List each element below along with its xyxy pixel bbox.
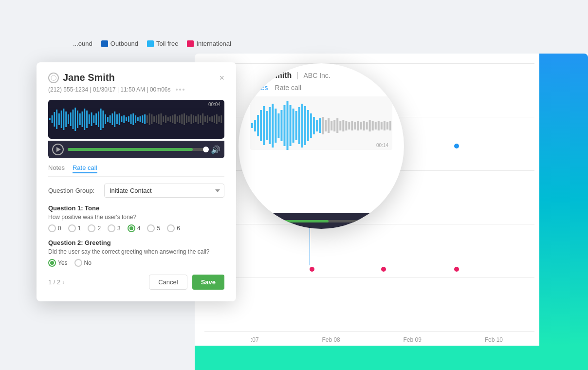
chart-dot-tollfree-1 [454,144,459,148]
svg-rect-0 [49,118,51,120]
svg-rect-1 [52,115,53,123]
svg-rect-85 [280,110,282,141]
svg-rect-8 [68,114,69,124]
audio-progress-bar[interactable] [68,148,207,151]
yesno-yes[interactable]: Yes [48,259,68,267]
svg-rect-101 [328,118,330,133]
svg-rect-93 [304,106,306,145]
legend-dot-outbound [101,40,108,47]
svg-rect-115 [369,120,371,131]
svg-rect-19 [93,115,94,123]
zoom-popup: Jane Smith | ABC Inc. Notes Rate call [239,63,404,229]
svg-rect-106 [342,120,344,131]
scale-option-2[interactable]: 2 [88,224,101,232]
svg-rect-82 [272,104,274,148]
scale-option-4[interactable]: 4 [128,224,141,232]
radio-yes [48,259,56,267]
svg-rect-70 [211,116,213,122]
svg-rect-94 [307,110,309,141]
svg-rect-58 [184,113,185,125]
cancel-button[interactable]: Cancel [149,275,187,290]
waveform-container: 00:04 [48,100,224,139]
svg-rect-26 [110,115,111,123]
scale-option-0[interactable]: 0 [48,224,61,232]
scale-option-1[interactable]: 1 [68,224,81,232]
svg-rect-32 [123,115,125,123]
save-button[interactable]: Save [192,275,224,290]
svg-rect-35 [130,114,132,124]
chart-dot-intl-3 [454,267,459,272]
svg-rect-105 [339,121,341,130]
zoom-waveform-svg [250,96,392,150]
svg-rect-62 [193,115,194,123]
zoom-tab-ratecall[interactable]: Rate call [275,84,301,92]
legend-item-outbound: Outbound [101,40,138,47]
svg-rect-88 [290,105,292,146]
svg-rect-51 [167,117,169,121]
svg-rect-57 [181,114,183,124]
scale-option-3[interactable]: 3 [108,224,121,232]
play-button[interactable] [52,144,64,155]
radio-4 [128,224,135,232]
modal-meta-text: (212) 555-1234 | 01/30/17 | 11:50 AM | 0… [48,86,171,93]
radio-6 [167,224,175,232]
footer-buttons: Cancel Save [149,275,224,290]
tab-ratecall[interactable]: Rate call [73,164,97,173]
svg-rect-100 [325,120,327,131]
question-group-select[interactable]: Initiate Contact [104,184,224,198]
svg-rect-56 [179,115,181,123]
svg-rect-92 [301,104,303,148]
svg-rect-52 [170,116,171,122]
svg-rect-29 [116,114,118,124]
close-button[interactable]: × [219,74,224,82]
radio-no [74,259,82,267]
svg-rect-33 [126,117,127,121]
svg-rect-37 [135,115,136,123]
xaxis-label-1: :07 [251,336,259,343]
question-1-scale: 0 1 2 3 4 5 [48,224,224,232]
radio-yes-inner [50,261,54,265]
zoom-progress-thumb [382,218,388,224]
svg-rect-40 [142,115,143,123]
radio-5 [147,224,155,232]
svg-rect-109 [351,121,353,130]
legend-dot-tollfree [147,40,154,47]
yesno-no[interactable]: No [74,259,92,267]
svg-rect-98 [319,118,321,133]
meta-dot-2 [179,89,181,91]
svg-rect-118 [378,121,380,130]
svg-rect-42 [147,115,148,123]
modal-title: Jane Smith [63,72,115,83]
waveform-time: 00:04 [208,102,220,107]
zoom-progress-bar[interactable] [258,220,386,222]
svg-rect-110 [354,122,356,130]
svg-rect-15 [84,109,85,130]
svg-rect-108 [348,122,350,130]
svg-rect-79 [263,106,265,145]
svg-rect-96 [313,117,315,134]
svg-rect-63 [195,116,197,122]
call-detail-modal: ◯ Jane Smith × (212) 555-1234 | 01/30/17… [37,62,236,301]
svg-rect-117 [375,122,377,130]
svg-rect-87 [287,101,289,150]
radio-1 [68,224,76,232]
svg-rect-16 [86,111,88,128]
svg-rect-112 [360,122,362,130]
tab-notes[interactable]: Notes [48,164,65,173]
xaxis-label-2: Feb 08 [322,336,340,343]
svg-rect-86 [283,105,285,146]
scale-option-6[interactable]: 6 [167,224,180,232]
legend-label-inbound: ...ound [73,40,92,47]
svg-rect-60 [188,116,190,122]
svg-rect-18 [91,112,92,126]
svg-rect-89 [293,109,294,143]
question-2-text: Did the user say the correct greeting wh… [48,248,224,255]
legend-item-international: International [187,40,231,47]
svg-rect-99 [322,117,324,134]
volume-icon[interactable]: 🔊 [211,145,220,154]
svg-rect-39 [140,116,141,122]
svg-rect-64 [198,114,199,124]
person-icon: ◯ [48,73,59,83]
svg-rect-43 [149,113,150,125]
scale-option-5[interactable]: 5 [147,224,160,232]
